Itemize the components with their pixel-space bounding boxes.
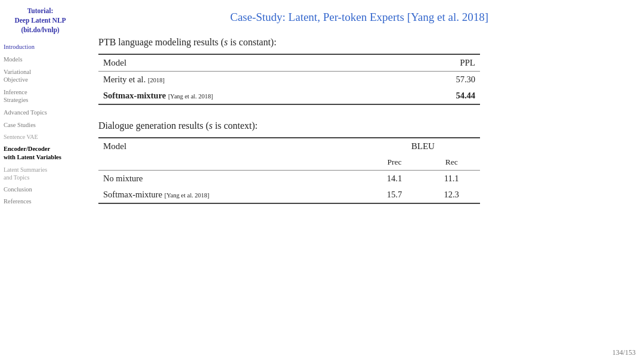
slide-title: Case-Study: Latent, Per-token Experts [Y… [98, 11, 620, 24]
sidebar-item-references[interactable]: References [4, 197, 77, 206]
sidebar-item-models[interactable]: Models [4, 55, 77, 64]
page-number: 134/153 [612, 348, 636, 357]
ppl-value: 57.30 [405, 72, 480, 88]
sidebar-item-case-studies[interactable]: Case Studies [4, 121, 77, 129]
table2-sub-rec: Rec [423, 154, 480, 171]
model-name: Softmax-mixture [Yang et al. 2018] [98, 88, 405, 104]
dialogue-section: Dialogue generation results (s is contex… [98, 120, 620, 204]
model-name: Merity et al. [2018] [98, 72, 405, 88]
rec-value: 11.1 [423, 171, 480, 187]
sidebar-item-latent-summaries[interactable]: Latent Summariesand Topics [4, 166, 77, 181]
dialogue-heading: Dialogue generation results (s is contex… [98, 120, 620, 131]
table1-header-rule: Model PPL [98, 54, 480, 72]
table-row: No mixture 14.1 11.1 [98, 171, 480, 187]
table1-col-ppl: PPL [405, 54, 480, 72]
dialogue-table: Model BLEU Prec Rec No mixture 14.1 11.1 [98, 137, 480, 204]
sidebar-item-introduction[interactable]: Introduction [4, 43, 77, 51]
model-name: No mixture [98, 171, 366, 187]
ptb-table: Model PPL Merity et al. [2018] 57.30 Sof… [98, 54, 480, 105]
sidebar-item-variational-objective[interactable]: VariationalObjective [4, 68, 77, 84]
sidebar-title: Tutorial: Deep Latent NLP (bit.do/lvnlp) [4, 6, 77, 35]
sidebar-item-conclusion[interactable]: Conclusion [4, 185, 77, 194]
ptb-heading: PTB language modeling results (s is cons… [98, 37, 620, 48]
table2-col-bleu: BLEU [366, 138, 480, 154]
table2-subheader: Prec Rec [98, 154, 480, 171]
table2-header-rule: Model BLEU [98, 138, 480, 154]
sidebar: Tutorial: Deep Latent NLP (bit.do/lvnlp)… [0, 0, 80, 362]
table-row: Softmax-mixture [Yang et al. 2018] 54.44 [98, 88, 480, 104]
rec-value: 12.3 [423, 187, 480, 203]
table1-col-model: Model [98, 54, 405, 72]
table-row: Merity et al. [2018] 57.30 [98, 72, 480, 88]
sidebar-item-advanced-topics[interactable]: Advanced Topics [4, 109, 77, 117]
table-row: Softmax-mixture [Yang et al. 2018] 15.7 … [98, 187, 480, 203]
prec-value: 15.7 [366, 187, 423, 203]
ptb-section: PTB language modeling results (s is cons… [98, 37, 620, 105]
ppl-value: 54.44 [405, 88, 480, 104]
main-content: Case-Study: Latent, Per-token Experts [Y… [80, 0, 644, 362]
model-name: Softmax-mixture [Yang et al. 2018] [98, 187, 366, 203]
table2-col-model: Model [98, 138, 366, 154]
sidebar-item-encoder-decoder[interactable]: Encoder/Decoderwith Latent Variables [4, 145, 77, 161]
table2-sub-prec: Prec [366, 154, 423, 171]
sidebar-item-inference-strategies[interactable]: InferenceStrategies [4, 88, 77, 104]
sidebar-item-sentence-vae[interactable]: Sentence VAE [4, 133, 77, 141]
prec-value: 14.1 [366, 171, 423, 187]
